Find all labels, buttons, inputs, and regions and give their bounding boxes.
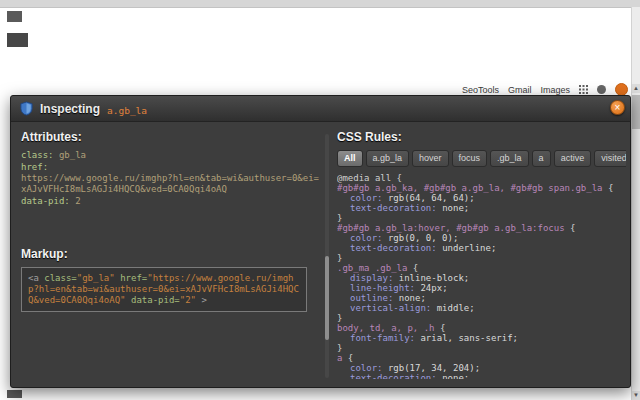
css-property: font-family: <box>350 333 415 343</box>
attribute-value: gb_la <box>59 150 86 160</box>
markup-attr-name: href= <box>120 273 147 283</box>
css-value: underline; <box>442 243 496 253</box>
browser-control[interactable] <box>7 390 22 398</box>
css-scrollbar-thumb[interactable] <box>325 256 329 340</box>
css-line: #gb#gb a.gb_la:hover, #gb#gb a.gb_la:foc… <box>337 223 626 233</box>
browser-top-strip <box>0 0 640 8</box>
rule-selector: .gb_ma .gb_la <box>337 263 407 273</box>
css-property: text-decoration: <box>350 243 437 253</box>
css-line: @media all { <box>337 173 626 183</box>
page-scrollbar-thumb[interactable] <box>632 95 640 129</box>
css-property: outline: <box>350 293 393 303</box>
inspector-content: Attributes: class: gb_lahref: https://ww… <box>11 122 630 388</box>
inspector-panel: Inspecting a.gb_la × Attributes: class: … <box>10 95 631 388</box>
css-line: color: rgb(0, 0, 0); <box>337 233 626 243</box>
attribute-row: href: https://www.google.ru/imghp?hl=en&… <box>21 162 321 195</box>
apps-grid-icon[interactable] <box>579 85 588 94</box>
browser-control[interactable] <box>7 11 22 22</box>
css-line: } <box>337 313 626 323</box>
css-property: display: <box>350 273 393 283</box>
css-line: color: rgb(17, 34, 204); <box>337 363 626 373</box>
header-link-images[interactable]: Images <box>540 85 570 95</box>
panel-divider <box>321 128 331 384</box>
css-tab-gb-la[interactable]: .gb_la <box>490 150 529 167</box>
attribute-row: class: gb_la <box>21 150 321 161</box>
css-tab-all[interactable]: All <box>337 150 363 167</box>
attribute-name: class: <box>21 150 59 160</box>
css-property: text-decoration: <box>350 203 437 213</box>
brace: } <box>337 313 342 323</box>
media-query: @media all { <box>337 173 402 183</box>
inspector-titlebar[interactable]: Inspecting a.gb_la × <box>11 96 630 122</box>
css-code: @media all {#gb#gb a.gb_ka, #gb#gb a.gb_… <box>337 173 626 379</box>
css-tab-visited[interactable]: visited <box>594 150 626 167</box>
css-line: outline: none; <box>337 293 626 303</box>
css-line: font-family: arial, sans-serif; <box>337 333 626 343</box>
browser-control[interactable] <box>7 33 28 47</box>
attribute-name: href: <box>21 162 48 172</box>
notifications-icon[interactable] <box>597 85 606 94</box>
attributes-section: Attributes: class: gb_lahref: https://ww… <box>21 128 321 384</box>
attributes-heading: Attributes: <box>21 130 321 144</box>
css-property: color: <box>350 193 383 203</box>
markup-tag: <a <box>28 273 44 283</box>
css-line: } <box>337 343 626 353</box>
css-line: vertical-align: middle; <box>337 303 626 313</box>
css-property: vertical-align: <box>350 303 431 313</box>
css-line: display: inline-block; <box>337 273 626 283</box>
close-icon[interactable]: × <box>610 100 625 115</box>
css-tab-a-gb-la[interactable]: a.gb_la <box>366 150 410 167</box>
markup-tag: > <box>201 295 206 305</box>
scroll-down-arrow[interactable]: ▼ <box>632 391 640 400</box>
css-line: color: rgb(64, 64, 64); <box>337 193 626 203</box>
css-value: none; <box>442 373 469 379</box>
attribute-name: data-pid: <box>21 196 75 206</box>
css-tab-a[interactable]: a <box>532 150 551 167</box>
css-line: text-decoration: none; <box>337 203 626 213</box>
css-property: color: <box>350 363 383 373</box>
css-line: body, td, a, p, .h { <box>337 323 626 333</box>
css-value: none; <box>442 203 469 213</box>
css-value: 24px; <box>420 283 447 293</box>
brace: { <box>603 183 614 193</box>
css-value: middle; <box>437 303 475 313</box>
markup-attr-value: "gb_la" <box>77 273 115 283</box>
brace: } <box>337 213 342 223</box>
inspector-title: Inspecting <box>40 102 100 116</box>
css-rules-section: CSS Rules: Alla.gb_lahoverfocus.gb_laaac… <box>331 128 626 384</box>
scroll-up-arrow[interactable]: ▲ <box>632 84 640 93</box>
markup-attr-value: "2" <box>180 295 196 305</box>
css-line: a { <box>337 353 626 363</box>
css-line: text-decoration: none; <box>337 373 626 379</box>
brace: { <box>407 263 418 273</box>
css-tab-focus[interactable]: focus <box>452 150 488 167</box>
markup-code: <a class="gb_la" href="https://www.googl… <box>21 267 307 312</box>
attribute-value: https://www.google.ru/imghp?hl=en&tab=wi… <box>21 173 321 195</box>
css-tab-active[interactable]: active <box>554 150 592 167</box>
css-line: } <box>337 213 626 223</box>
brace: { <box>342 353 353 363</box>
markup-heading: Markup: <box>21 247 321 261</box>
css-value: rgb(0, 0, 0); <box>388 233 458 243</box>
css-property: color: <box>350 233 383 243</box>
css-rules-heading: CSS Rules: <box>337 130 626 144</box>
css-tab-hover[interactable]: hover <box>412 150 449 167</box>
css-value: inline-block; <box>399 273 469 283</box>
css-value: none; <box>399 293 426 303</box>
inspected-element-label: a.gb_la <box>107 105 147 116</box>
brace: } <box>337 253 342 263</box>
rule-selector: body, td, a, p, .h <box>337 323 435 333</box>
css-line: text-decoration: underline; <box>337 243 626 253</box>
rule-selector: #gb#gb a.gb_la:hover, #gb#gb a.gb_la:foc… <box>337 223 565 233</box>
css-line: } <box>337 253 626 263</box>
inspector-logo-icon <box>19 101 34 116</box>
header-link-gmail[interactable]: Gmail <box>508 85 532 95</box>
header-link[interactable]: SeoTools <box>462 85 499 95</box>
css-filter-tabs: Alla.gb_lahoverfocus.gb_laaactivevisited <box>337 150 626 167</box>
brace: { <box>435 323 446 333</box>
attribute-value: 2 <box>75 196 80 206</box>
css-line: line-height: 24px; <box>337 283 626 293</box>
css-property: text-decoration: <box>350 373 437 379</box>
page-scrollbar[interactable] <box>631 7 640 400</box>
markup-attr-name: class= <box>44 273 77 283</box>
